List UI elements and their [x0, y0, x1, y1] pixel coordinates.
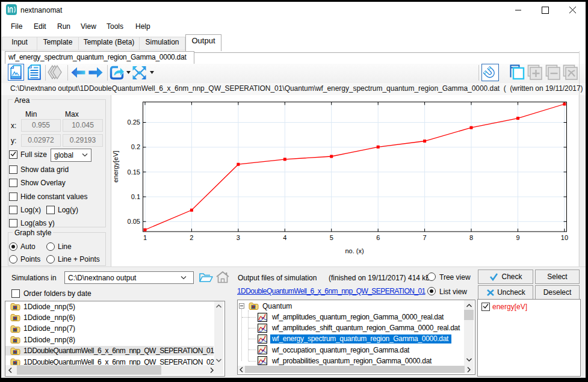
svg-text:6: 6 — [376, 234, 380, 241]
svg-text:8: 8 — [469, 234, 473, 241]
svg-text:9: 9 — [516, 234, 519, 241]
svg-text:0.25: 0.25 — [128, 119, 140, 126]
svg-text:4: 4 — [283, 234, 286, 241]
svg-text:1: 1 — [143, 234, 147, 241]
svg-text:0.15: 0.15 — [128, 168, 140, 176]
svg-text:0.2: 0.2 — [131, 143, 140, 150]
svg-text:10: 10 — [561, 234, 568, 241]
svg-text:0.05: 0.05 — [128, 218, 140, 225]
svg-text:no. (x): no. (x) — [345, 247, 364, 254]
svg-text:7: 7 — [423, 234, 427, 241]
svg-text:2: 2 — [190, 234, 193, 241]
svg-text:energy[eV]: energy[eV] — [112, 150, 119, 182]
svg-text:5: 5 — [330, 234, 333, 241]
svg-text:0.1: 0.1 — [131, 193, 140, 200]
svg-text:3: 3 — [237, 234, 240, 241]
